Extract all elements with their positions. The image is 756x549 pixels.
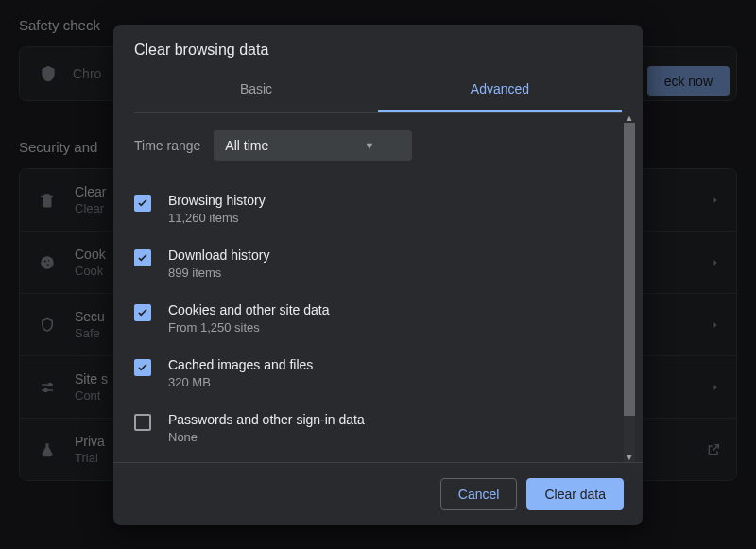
scroll-up-icon[interactable]: ▲ — [624, 113, 635, 123]
clear-data-button[interactable]: Clear data — [526, 478, 624, 510]
dialog-body: Time range All time ▼ Browsing history 1… — [134, 113, 635, 462]
checkbox-download-history[interactable] — [134, 249, 151, 266]
option-cookies[interactable]: Cookies and other site data From 1,250 s… — [134, 293, 622, 348]
option-title: Cached images and files — [168, 357, 313, 372]
option-subtitle: None — [168, 430, 365, 444]
checkbox-browsing-history[interactable] — [134, 195, 151, 212]
time-range-row: Time range All time ▼ — [134, 130, 622, 161]
option-subtitle: 11,260 items — [168, 211, 266, 225]
tab-basic[interactable]: Basic — [134, 70, 378, 112]
option-browsing-history[interactable]: Browsing history 11,260 items — [134, 183, 622, 238]
tab-advanced[interactable]: Advanced — [378, 70, 622, 112]
option-title: Browsing history — [168, 193, 266, 208]
option-title: Passwords and other sign-in data — [168, 412, 365, 427]
option-subtitle: From 1,250 sites — [168, 320, 329, 335]
scroll-down-icon[interactable]: ▼ — [624, 453, 635, 462]
caret-down-icon: ▼ — [364, 140, 374, 151]
clear-browsing-data-dialog: Clear browsing data Basic Advanced Time … — [113, 25, 643, 525]
dialog-footer: Cancel Clear data — [113, 462, 643, 525]
time-range-select[interactable]: All time ▼ — [214, 130, 412, 161]
option-passwords[interactable]: Passwords and other sign-in data None — [134, 403, 622, 457]
option-subtitle: 320 MB — [168, 375, 313, 389]
time-range-value: All time — [225, 138, 268, 153]
option-autofill[interactable]: Auto-fill form data — [134, 457, 622, 462]
dialog-title: Clear browsing data — [113, 25, 643, 64]
option-subtitle: 899 items — [168, 266, 269, 280]
cancel-button[interactable]: Cancel — [440, 478, 518, 510]
option-download-history[interactable]: Download history 899 items — [134, 238, 622, 293]
checkbox-cache[interactable] — [134, 359, 151, 376]
dialog-tabs: Basic Advanced — [134, 70, 622, 113]
checkbox-cookies[interactable] — [134, 304, 151, 321]
option-cache[interactable]: Cached images and files 320 MB — [134, 348, 622, 403]
option-title: Cookies and other site data — [168, 302, 329, 317]
time-range-label: Time range — [134, 138, 200, 153]
checkbox-passwords[interactable] — [134, 414, 151, 431]
scrollbar-thumb[interactable] — [624, 123, 635, 416]
option-title: Download history — [168, 248, 269, 263]
